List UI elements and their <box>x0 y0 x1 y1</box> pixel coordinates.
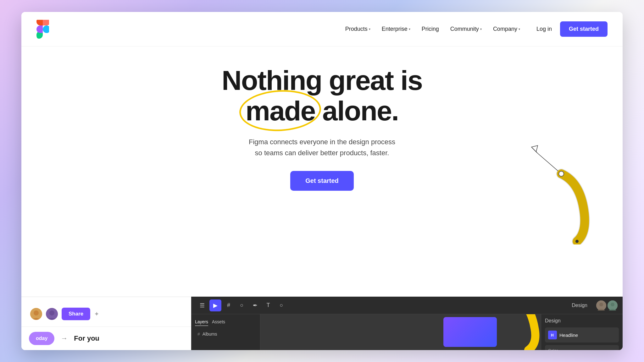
tab-arrow-icon: → <box>61 334 68 343</box>
company-chevron-icon: ▾ <box>519 27 520 31</box>
bottom-tabs: oday → For you <box>21 327 191 350</box>
nav-links: Products ▾ Enterprise ▾ Pricing Communit… <box>341 23 525 35</box>
svg-line-0 <box>538 153 561 174</box>
svg-line-2 <box>532 148 537 153</box>
svg-point-1 <box>559 172 563 176</box>
editor-avatar-2 <box>608 300 618 310</box>
hero-line2: made alone. <box>222 96 422 126</box>
comment-tool[interactable]: ○ <box>275 299 287 311</box>
svg-point-3 <box>559 171 564 176</box>
nav-pricing[interactable]: Pricing <box>417 23 443 35</box>
editor-content: Layers Assets # Albums <box>191 314 623 350</box>
canvas-area <box>260 314 541 350</box>
headline-icon: H <box>548 331 557 339</box>
design-tab-label[interactable]: Design <box>572 303 587 308</box>
canvas-preview-card <box>443 317 497 347</box>
headline-pill: H Headline <box>548 331 616 339</box>
design-section-headline: H Headline <box>545 327 619 343</box>
hero-section: Nothing great is made alone. Figma conne… <box>21 47 623 297</box>
left-prototype-panel: Share ✦ oday → For you <box>21 297 191 350</box>
assets-tab[interactable]: Assets <box>212 318 225 326</box>
svg-point-4 <box>575 240 579 243</box>
share-bar: Share ✦ <box>21 301 191 327</box>
sparkle-icon: ✦ <box>94 310 99 318</box>
navbar: Products ▾ Enterprise ▾ Pricing Communit… <box>21 12 623 47</box>
design-section-color: Color <box>545 345 619 350</box>
layers-panel: Layers Assets # Albums <box>191 314 260 350</box>
logo-container <box>36 20 49 39</box>
editor-avatar-1 <box>596 300 606 310</box>
nav-company[interactable]: Company ▾ <box>489 23 525 35</box>
hero-subtext: Figma connects everyone in the design pr… <box>249 136 395 158</box>
made-alone-wrapper: made <box>246 96 315 126</box>
svg-point-10 <box>599 303 603 306</box>
pen-decoration <box>528 144 597 246</box>
bottom-ui-strip: Share ✦ oday → For you ☰ ▶ # ○ ✒ T ○ Des… <box>21 297 623 350</box>
layers-tab[interactable]: Layers <box>195 318 208 326</box>
headline-label: Headline <box>559 332 578 338</box>
grid-icon: # <box>197 332 200 337</box>
word-made: made <box>246 95 315 126</box>
design-panel-title: Design <box>545 318 619 324</box>
figma-editor-panel: ☰ ▶ # ○ ✒ T ○ Design <box>191 297 623 350</box>
nav-community[interactable]: Community ▾ <box>446 23 486 35</box>
avatar-1 <box>30 308 42 320</box>
products-chevron-icon: ▾ <box>369 27 370 31</box>
toolbar-avatars <box>596 300 618 310</box>
avatar-2 <box>46 308 58 320</box>
frame-tool[interactable]: # <box>223 299 235 311</box>
share-button[interactable]: Share <box>62 308 90 320</box>
get-started-hero-button[interactable]: Get started <box>290 171 354 191</box>
enterprise-chevron-icon: ▾ <box>409 27 410 31</box>
layer-item-albums[interactable]: # Albums <box>195 330 256 338</box>
community-chevron-icon: ▾ <box>480 27 482 31</box>
svg-point-12 <box>611 303 614 306</box>
circle-tool[interactable]: ○ <box>236 299 248 311</box>
editor-toolbar: ☰ ▶ # ○ ✒ T ○ Design <box>191 297 623 314</box>
figma-logo <box>36 20 49 39</box>
tab-for-you[interactable]: For you <box>74 334 99 343</box>
get-started-nav-button[interactable]: Get started <box>560 21 608 37</box>
svg-text:H: H <box>551 333 554 337</box>
svg-point-8 <box>49 310 54 315</box>
hero-headline: Nothing great is made alone. <box>222 65 422 126</box>
svg-point-6 <box>34 310 39 315</box>
nav-products[interactable]: Products ▾ <box>341 23 375 35</box>
layers-tabs: Layers Assets <box>195 318 256 326</box>
browser-window: Products ▾ Enterprise ▾ Pricing Communit… <box>21 12 623 350</box>
nav-enterprise[interactable]: Enterprise ▾ <box>377 23 415 35</box>
cursor-tool[interactable]: ▶ <box>209 299 221 311</box>
pen-tool[interactable]: ✒ <box>249 299 261 311</box>
menu-tool[interactable]: ☰ <box>196 299 208 311</box>
yellow-swoosh-canvas <box>491 314 541 350</box>
text-tool[interactable]: T <box>262 299 274 311</box>
login-link[interactable]: Log in <box>532 23 556 35</box>
tab-today[interactable]: oday <box>29 332 54 345</box>
design-panel: Design H Headline Color <box>541 314 623 350</box>
